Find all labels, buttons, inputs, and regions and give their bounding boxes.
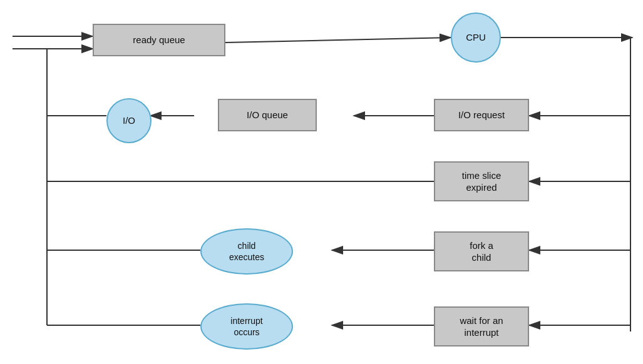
wait-interrupt-label: wait for aninterrupt bbox=[460, 315, 503, 339]
cpu-circle: CPU bbox=[451, 13, 501, 63]
cpu-label: CPU bbox=[466, 31, 486, 44]
io-request-label: I/O request bbox=[458, 109, 505, 121]
child-executes-label: childexecutes bbox=[229, 240, 264, 263]
io-circle: I/O bbox=[106, 98, 152, 143]
interrupt-occurs-label: interruptoccurs bbox=[230, 315, 262, 338]
io-queue-label: I/O queue bbox=[247, 109, 288, 121]
time-slice-label: time sliceexpired bbox=[462, 169, 502, 194]
ready-queue-label: ready queue bbox=[133, 34, 185, 46]
ready-queue-box: ready queue bbox=[93, 24, 225, 56]
io-label: I/O bbox=[123, 114, 135, 127]
io-queue-box: I/O queue bbox=[218, 99, 317, 131]
diagram: ready queue CPU I/O I/O queue I/O reques… bbox=[0, 0, 643, 364]
wait-interrupt-box: wait for aninterrupt bbox=[434, 306, 529, 346]
fork-child-box: fork achild bbox=[434, 231, 529, 271]
io-request-box: I/O request bbox=[434, 99, 529, 131]
time-slice-box: time sliceexpired bbox=[434, 161, 529, 201]
interrupt-occurs-ellipse: interruptoccurs bbox=[200, 303, 293, 350]
child-executes-ellipse: childexecutes bbox=[200, 228, 293, 275]
svg-line-3 bbox=[225, 38, 451, 43]
fork-child-label: fork achild bbox=[470, 240, 493, 264]
